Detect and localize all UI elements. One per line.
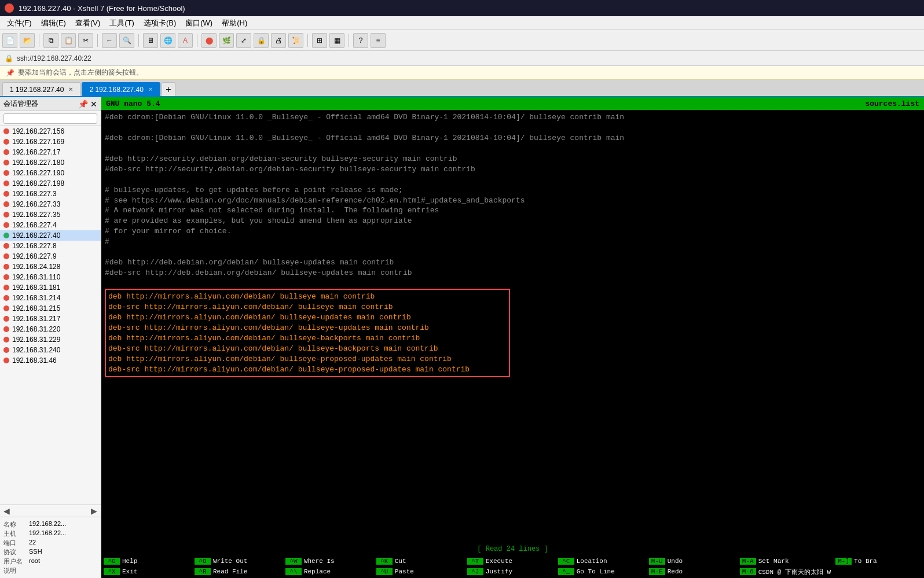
toolbar-layout[interactable]: ▦	[329, 33, 344, 48]
sep2	[97, 34, 98, 47]
tab-bar: 1 192.168.227.40 ✕ 2 192.168.227.40 ✕ +	[0, 80, 924, 97]
label-readfile: Read File	[213, 568, 247, 575]
sidebar-item-14[interactable]: 192.168.31.110	[0, 272, 101, 282]
toolbar-find[interactable]: 🔍	[119, 33, 134, 48]
toolbar-cut[interactable]: ✂	[78, 33, 93, 48]
toolbar-script[interactable]: 📜	[288, 33, 303, 48]
terminal[interactable]: GNU nano 5.4 sources.list #deb cdrom:[De…	[101, 97, 924, 578]
key-help: ^G	[104, 558, 120, 565]
menu-tabs[interactable]: 选项卡(B)	[139, 17, 181, 30]
terminal-content[interactable]: #deb cdrom:[Debian GNU/Linux 11.0.0 _Bul…	[101, 110, 924, 543]
sidebar-item-label-16: 192.168.31.214	[12, 294, 60, 302]
sidebar-item-22[interactable]: 192.168.31.46	[0, 355, 101, 366]
shortcut-writeout[interactable]: ^O Write Out	[195, 556, 281, 566]
tab-2[interactable]: 2 192.168.227.40 ✕	[82, 82, 160, 96]
tab-1-close[interactable]: ✕	[68, 86, 73, 93]
nav-left-arrow[interactable]: ◀	[3, 506, 10, 516]
sidebar-item-8[interactable]: 192.168.227.35	[0, 209, 101, 220]
shortcut-cut[interactable]: ^K Cut	[376, 556, 463, 566]
tab-2-close[interactable]: ✕	[148, 86, 153, 93]
toolbar-globe[interactable]: 🌐	[160, 33, 175, 48]
toolbar-lock[interactable]: 🔒	[254, 33, 269, 48]
shortcut-execute[interactable]: ^T Execute	[467, 556, 553, 566]
menu-help[interactable]: 帮助(H)	[217, 17, 252, 30]
sidebar-item-10[interactable]: 192.168.227.40	[0, 230, 101, 241]
sep6	[349, 34, 349, 47]
status-dot-22	[3, 358, 9, 363]
label-host: 主机	[3, 529, 27, 538]
sidebar-item-1[interactable]: 192.168.227.169	[0, 137, 101, 147]
toolbar-color[interactable]: A	[178, 33, 193, 48]
shortcut-help[interactable]: ^G Help	[104, 556, 190, 566]
sidebar-item-17[interactable]: 192.168.31.215	[0, 303, 101, 314]
toolbar-copy[interactable]: ⧉	[43, 33, 58, 48]
sep4	[197, 34, 197, 47]
sidebar-item-20[interactable]: 192.168.31.229	[0, 334, 101, 345]
toolbar-back[interactable]: ←	[102, 33, 117, 48]
shortcut-justify[interactable]: ^J Justify	[467, 566, 553, 577]
toolbar-expand[interactable]: ⤢	[236, 33, 251, 48]
status-dot-9	[3, 222, 9, 228]
toolbar-more[interactable]: ≡	[371, 33, 386, 48]
line-4: #deb-src http://security.debian.org/debi…	[105, 164, 921, 175]
shortcut-readfile[interactable]: ^R Read File	[195, 566, 281, 577]
sidebar-list: 192.168.227.156 192.168.227.169 192.168.…	[0, 126, 101, 505]
sidebar-pin[interactable]: 📌 ✕	[78, 100, 97, 109]
menu-window[interactable]: 窗口(W)	[181, 17, 217, 30]
status-dot-6	[3, 191, 9, 197]
shortcut-tobra[interactable]: M-] To Bra	[835, 556, 922, 566]
menu-edit[interactable]: 编辑(E)	[36, 17, 71, 30]
shortcut-m6[interactable]: M-6 CSDN @ 下雨天的太阳 W	[740, 566, 831, 577]
toolbar-split[interactable]: ⊞	[312, 33, 327, 48]
nav-right-arrow[interactable]: ▶	[91, 506, 97, 516]
sep5	[307, 34, 308, 47]
tab-1[interactable]: 1 192.168.227.40 ✕	[2, 82, 80, 96]
tab-add-button[interactable]: +	[162, 82, 175, 96]
sidebar-item-19[interactable]: 192.168.31.220	[0, 324, 101, 334]
sidebar-item-3[interactable]: 192.168.227.180	[0, 157, 101, 168]
shortcut-exit[interactable]: ^X Exit	[104, 566, 190, 577]
sidebar-item-label-10: 192.168.227.40	[12, 231, 60, 240]
toolbar-paste[interactable]: 📋	[61, 33, 76, 48]
label-port: 端口	[3, 539, 27, 547]
tab-2-label: 2 192.168.227.40	[89, 86, 143, 94]
shortcut-col-5: ^T Execute ^J Justify	[465, 556, 556, 577]
sidebar-item-0[interactable]: 192.168.227.156	[0, 126, 101, 137]
shortcut-whereis[interactable]: ^W Where Is	[285, 556, 372, 566]
sidebar-item-6[interactable]: 192.168.227.3	[0, 189, 101, 199]
sidebar-item-15[interactable]: 192.168.31.181	[0, 282, 101, 293]
sidebar-item-11[interactable]: 192.168.227.8	[0, 241, 101, 251]
pin-icon: 📌	[6, 69, 14, 77]
shortcut-replace[interactable]: ^\ Replace	[285, 566, 372, 577]
shortcut-undo[interactable]: M-U Undo	[649, 556, 735, 566]
toolbar-print[interactable]: 🖨	[271, 33, 286, 48]
line-10: #	[105, 237, 921, 247]
menu-tools[interactable]: 工具(T)	[105, 17, 139, 30]
toolbar-red[interactable]: ⬤	[201, 33, 217, 48]
sidebar-item-21[interactable]: 192.168.31.240	[0, 345, 101, 355]
sidebar-item-13[interactable]: 192.168.24.128	[0, 262, 101, 272]
sidebar-item-9[interactable]: 192.168.227.4	[0, 220, 101, 230]
toolbar-open[interactable]: 📂	[20, 33, 35, 48]
shortcut-gotoline[interactable]: ^_ Go To Line	[558, 566, 644, 577]
sidebar-item-12[interactable]: 192.168.227.9	[0, 251, 101, 262]
shortcut-redo[interactable]: M-E Redo	[649, 566, 735, 577]
toolbar-help[interactable]: ?	[353, 33, 368, 48]
sidebar-item-16[interactable]: 192.168.31.214	[0, 293, 101, 303]
sidebar-item-5[interactable]: 192.168.227.198	[0, 178, 101, 189]
toolbar-green[interactable]: 🌿	[219, 33, 234, 48]
toolbar-screen[interactable]: 🖥	[143, 33, 158, 48]
shortcut-paste[interactable]: ^U Paste	[376, 566, 463, 577]
toolbar-new[interactable]: 📄	[2, 33, 17, 48]
sidebar-item-2[interactable]: 192.168.227.17	[0, 147, 101, 157]
label-redo: Redo	[668, 568, 683, 575]
menu-view[interactable]: 查看(V)	[71, 17, 105, 30]
sidebar-search-input[interactable]	[3, 113, 97, 124]
shortcut-location[interactable]: ^C Location	[558, 556, 644, 566]
sidebar-item-7[interactable]: 192.168.227.33	[0, 199, 101, 209]
menu-file[interactable]: 文件(F)	[2, 17, 36, 30]
sidebar-item-18[interactable]: 192.168.31.217	[0, 314, 101, 324]
shortcut-setmark[interactable]: M-A Set Mark	[740, 556, 831, 566]
sidebar-item-4[interactable]: 192.168.227.190	[0, 168, 101, 178]
shortcut-col-3: ^W Where Is ^\ Replace	[283, 556, 374, 577]
